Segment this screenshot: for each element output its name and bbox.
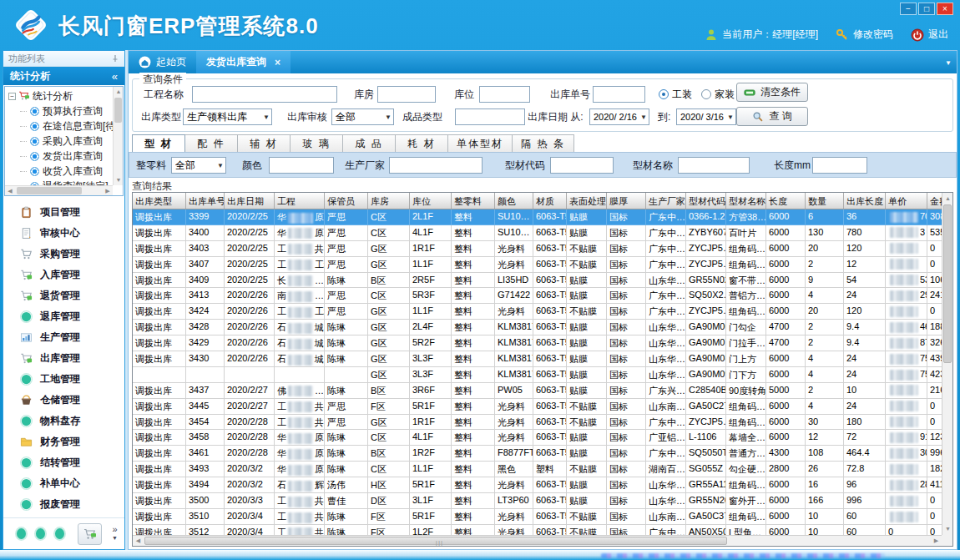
- tree-root[interactable]: − 统计分析: [8, 88, 123, 103]
- table-row[interactable]: 调拨出库35122020/3/4工共工程陈琳F区1L2F整料光身料6063-T5…: [133, 525, 942, 535]
- order-no-input[interactable]: [593, 86, 645, 103]
- close-button[interactable]: ×: [937, 3, 953, 15]
- table-row[interactable]: 调拨出库34452020/2/27工共工程严思F区5R1F整料光身料6063-T…: [133, 399, 942, 415]
- table-row[interactable]: 调拨出库35102020/3/4工共工程陈琳F区5R1F整料光身料6063-T5…: [133, 509, 942, 525]
- table-row[interactable]: 调拨出库33992020/2/25华原…严思C区2L1F整料SU10…6063-…: [133, 209, 942, 225]
- tree-horizontal-scrollbar[interactable]: ◀ ▶: [5, 185, 113, 195]
- clear-conditions-button[interactable]: 清空条件: [736, 83, 808, 102]
- column-header[interactable]: 颜色: [495, 193, 533, 209]
- location-input[interactable]: [479, 86, 530, 103]
- module-cart-button[interactable]: [78, 523, 102, 545]
- material-tab[interactable]: 型 材: [132, 134, 185, 152]
- out-type-select[interactable]: 生产领料出库▼: [183, 108, 272, 125]
- material-tab[interactable]: 成 品: [342, 134, 396, 152]
- column-header[interactable]: 型材代码: [686, 193, 726, 209]
- product-type-input[interactable]: [455, 108, 525, 125]
- table-row[interactable]: 调拨出库34032020/2/25工共工程严思G区1R1F整料光身料6063-T…: [133, 241, 942, 257]
- module-dot-icon[interactable]: [36, 528, 45, 539]
- tree-item[interactable]: 预算执行查询: [8, 103, 123, 119]
- section-header-statistics[interactable]: 统计分析 «: [3, 67, 124, 85]
- table-row[interactable]: 调拨出库34612020/2/28华原…陈琳B区1R2F整料F8877FT606…: [133, 446, 942, 462]
- table-row[interactable]: 调拨出库34302020/2/26石城陈琳G区3L3F整料KLM38176063…: [133, 351, 942, 367]
- date-to-picker[interactable]: 2020/ 3/16▼: [676, 108, 736, 125]
- column-header[interactable]: 库位: [410, 193, 452, 209]
- change-password-button[interactable]: 修改密码: [836, 28, 893, 42]
- table-row[interactable]: 调拨出库34092020/2/25长…陈琳B区2R5F整料LI35HD6063-…: [133, 273, 942, 289]
- color-input[interactable]: [269, 157, 334, 174]
- search-button[interactable]: 查 询: [736, 107, 808, 126]
- sidebar-item-return-store[interactable]: 退库管理: [3, 306, 124, 327]
- sidebar-item-carryover[interactable]: 结转管理: [3, 452, 124, 473]
- sidebar-item-purchase[interactable]: 采购管理: [3, 244, 124, 265]
- column-header[interactable]: 型材名称: [726, 193, 766, 209]
- table-row[interactable]: 调拨出库34942020/3/2石辉城汤伟H区5R1F整料光身料6063-T5贴…: [133, 477, 942, 493]
- minimize-button[interactable]: −: [900, 3, 917, 15]
- table-row[interactable]: 调拨出库34542020/2/28工共工程严思G区1R1F整料光身料6063-T…: [133, 415, 942, 431]
- module-dot-icon[interactable]: [17, 528, 26, 539]
- column-header[interactable]: 保管员: [325, 193, 368, 209]
- radio-work-install[interactable]: 工装: [659, 86, 692, 103]
- sidebar-item-finance[interactable]: 财务管理: [3, 431, 124, 452]
- column-header[interactable]: 膜厚: [607, 193, 646, 209]
- sidebar-item-production[interactable]: 生产管理: [3, 327, 124, 348]
- material-tab[interactable]: 隔 热 条: [512, 134, 574, 152]
- sidebar-item-outbound[interactable]: 出库管理: [3, 348, 124, 369]
- table-row[interactable]: 调拨出库34292020/2/26石城陈琳G区5R2F整料KLM38176063…: [133, 335, 942, 351]
- radio-home-install[interactable]: 家装: [701, 86, 735, 103]
- tab-home[interactable]: 起始页: [129, 51, 196, 73]
- profile-code-input[interactable]: [550, 157, 614, 174]
- sidebar-item-inbound[interactable]: 入库管理: [3, 265, 124, 285]
- pin-icon[interactable]: [111, 54, 119, 63]
- tab-shipment-outbound-query[interactable]: 发货出库查询 ×: [196, 51, 291, 73]
- table-row[interactable]: 调拨出库34242020/2/26工工程严思G区1L1F整料光身料6063-T5…: [133, 304, 942, 320]
- audit-select[interactable]: 全部▼: [331, 108, 394, 125]
- tree-expander-icon[interactable]: −: [8, 93, 16, 100]
- column-header[interactable]: 表面处理: [567, 193, 607, 209]
- sidebar-item-audit[interactable]: 审核中心: [3, 223, 124, 244]
- material-tab[interactable]: 耗 材: [395, 134, 448, 152]
- material-tab[interactable]: 单体型材: [447, 134, 513, 152]
- column-header[interactable]: 库房: [368, 193, 410, 209]
- maximize-button[interactable]: □: [918, 3, 935, 15]
- tab-close-icon[interactable]: ×: [275, 57, 280, 68]
- date-from-picker[interactable]: 2020/ 2/16▼: [589, 108, 649, 125]
- length-input[interactable]: [812, 157, 867, 174]
- column-header[interactable]: 出库日期: [225, 193, 275, 209]
- table-row[interactable]: 调拨出库34372020/2/27佛…陈琳B区3R6F整料PW056063-T5…: [133, 383, 942, 399]
- column-header[interactable]: 工程: [275, 193, 325, 209]
- sidebar-item-scrap[interactable]: 报废管理: [3, 494, 124, 515]
- material-tab[interactable]: 辅 材: [237, 134, 291, 152]
- column-header[interactable]: 长度: [766, 193, 806, 209]
- tab-overflow-icon[interactable]: ▼: [945, 59, 952, 67]
- logout-button[interactable]: 退出: [911, 28, 948, 42]
- whole-part-select[interactable]: 全部▼: [171, 157, 226, 174]
- table-row[interactable]: 调拨出库34282020/2/26石城陈琳G区2L4F整料KLM38176063…: [133, 320, 942, 335]
- column-header[interactable]: 数量: [806, 193, 844, 209]
- table-row[interactable]: 调拨出库34072020/2/25工工程严思G区1L1F整料光身料6063-T5…: [133, 257, 942, 273]
- material-tab[interactable]: 玻 璃: [290, 134, 343, 152]
- profile-name-input[interactable]: [678, 157, 750, 174]
- table-horizontal-scrollbar[interactable]: ◀ ||| ▶: [133, 535, 942, 546]
- tree-item[interactable]: 发货出库查询: [8, 149, 123, 164]
- sidebar-overflow-button[interactable]: » ▼: [112, 526, 118, 542]
- sidebar-item-returns[interactable]: 退货管理: [3, 285, 124, 306]
- sidebar-item-project[interactable]: 项目管理: [3, 202, 124, 223]
- table-vertical-scrollbar[interactable]: ▲ ▼: [942, 193, 952, 535]
- column-header[interactable]: 单价: [886, 193, 927, 209]
- collapse-icon[interactable]: «: [112, 70, 118, 83]
- table-row[interactable]: 调拨出库34582020/2/28华原…陈琳C区4L1F整料光身料6063-T5…: [133, 430, 942, 446]
- project-name-input[interactable]: [192, 86, 337, 103]
- column-header[interactable]: 出库类型: [133, 193, 186, 209]
- table-row[interactable]: G区3L3F整料KLM38176063-T5贴膜国标山东华…GA90M09.门下…: [133, 367, 942, 383]
- tree-item[interactable]: 收货入库查询: [8, 164, 123, 179]
- manufacturer-input[interactable]: [389, 157, 483, 174]
- column-header[interactable]: 整零料: [452, 193, 495, 209]
- module-dot-icon[interactable]: [55, 528, 64, 539]
- table-row[interactable]: 调拨出库34932020/3/2华原…陈琳C区1L1F整料黑色塑料不贴膜国标湖南…: [133, 462, 942, 477]
- material-tab[interactable]: 配 件: [184, 134, 238, 152]
- table-row[interactable]: 调拨出库34132020/2/26南…严思C区5R3F整料G714226063-…: [133, 288, 942, 304]
- tree-vertical-scrollbar[interactable]: ▲ ▼: [113, 87, 123, 185]
- column-header[interactable]: 出库长度: [844, 193, 886, 209]
- tree-item[interactable]: 在途信息查询[待: [8, 119, 123, 134]
- sidebar-item-inventory[interactable]: 物料盘存: [3, 411, 124, 431]
